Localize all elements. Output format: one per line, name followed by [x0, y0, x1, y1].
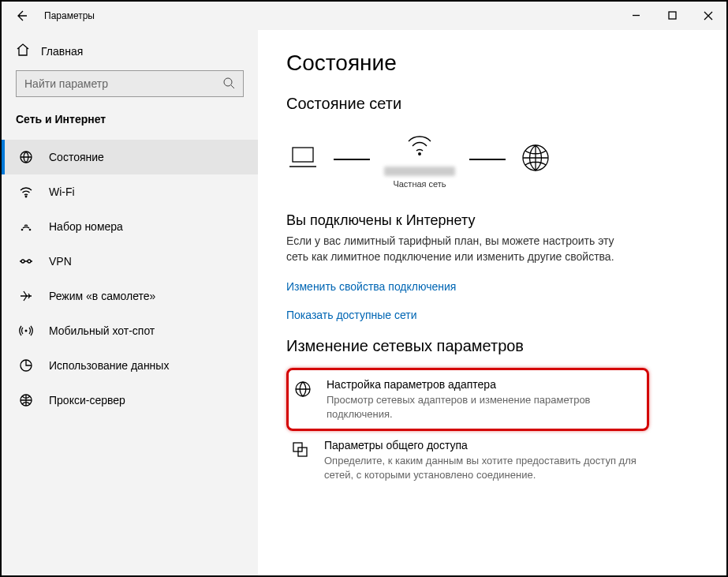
- link-connection-properties[interactable]: Изменить свойства подключения: [286, 280, 698, 293]
- nav-label: Состояние: [49, 151, 104, 163]
- datausage-icon: [19, 358, 33, 373]
- laptop-icon: [286, 144, 319, 174]
- nav-hotspot[interactable]: Мобильный хот-спот: [2, 313, 258, 348]
- network-name-blurred: [384, 167, 455, 176]
- svg-point-4: [21, 229, 24, 231]
- svg-point-3: [25, 196, 27, 197]
- nav-label: Мобильный хот-спот: [49, 324, 155, 337]
- option-title: Параметры общего доступа: [324, 439, 644, 451]
- change-settings-heading: Изменение сетевых параметров: [286, 337, 698, 355]
- home-label: Главная: [41, 45, 83, 58]
- airplane-icon: [19, 289, 33, 303]
- svg-point-12: [419, 153, 421, 155]
- nav-status[interactable]: Состояние: [2, 140, 258, 174]
- search-icon: [222, 77, 235, 92]
- nav-datausage[interactable]: Использование данных: [2, 348, 258, 383]
- wifi-large-icon: [404, 130, 435, 160]
- connected-title: Вы подключены к Интернету: [286, 212, 698, 229]
- globe-large-icon: [520, 142, 551, 177]
- wifi-icon: [19, 185, 33, 199]
- category-label: Сеть и Интернет: [2, 113, 258, 140]
- link-available-networks[interactable]: Показать доступные сети: [286, 309, 698, 321]
- back-button[interactable]: [2, 2, 41, 29]
- option-desc: Просмотр сетевых адаптеров и изменение п…: [327, 393, 642, 421]
- maximize-button[interactable]: [654, 2, 690, 29]
- titlebar: Параметры: [2, 2, 726, 30]
- diagram-connector: [334, 159, 370, 160]
- nav-wifi[interactable]: Wi-Fi: [2, 174, 258, 209]
- svg-point-1: [224, 78, 232, 86]
- diagram-connector: [469, 159, 506, 160]
- nav-label: Набор номера: [49, 220, 123, 233]
- svg-point-7: [28, 260, 31, 263]
- nav-label: VPN: [49, 255, 72, 268]
- minimize-button[interactable]: [618, 2, 654, 29]
- option-sharing-settings[interactable]: Параметры общего доступа Определите, к к…: [286, 431, 649, 489]
- nav-vpn[interactable]: VPN: [2, 244, 258, 279]
- connected-description: Если у вас лимитный тарифный план, вы мо…: [286, 234, 625, 264]
- nav-list: Состояние Wi-Fi Набор номера VPN Режим «…: [2, 140, 258, 418]
- adapter-icon: [293, 378, 314, 402]
- home-icon: [16, 43, 30, 59]
- nav-label: Прокси-сервер: [49, 394, 125, 407]
- search-input[interactable]: Найти параметр: [16, 70, 244, 97]
- option-adapter-settings[interactable]: Настройка параметров адаптера Просмотр с…: [286, 368, 649, 431]
- status-heading: Состояние сети: [286, 95, 698, 113]
- vpn-icon: [19, 254, 33, 268]
- svg-rect-11: [293, 148, 313, 162]
- page-title: Состояние: [286, 51, 698, 76]
- proxy-icon: [19, 393, 33, 407]
- svg-point-6: [21, 260, 24, 263]
- nav-label: Использование данных: [49, 359, 169, 372]
- hotspot-icon: [19, 324, 33, 338]
- svg-point-8: [25, 330, 28, 332]
- nav-label: Wi-Fi: [49, 185, 75, 198]
- close-button[interactable]: [690, 2, 726, 29]
- sidebar: Главная Найти параметр Сеть и Интернет С…: [2, 30, 258, 575]
- dialup-icon: [19, 219, 33, 234]
- option-desc: Определите, к каким данным вы хотите пре…: [324, 454, 644, 481]
- network-type-label: Частная сеть: [393, 179, 446, 189]
- svg-point-5: [29, 229, 32, 231]
- content-area: Состояние Состояние сети Частная сеть: [258, 30, 726, 575]
- settings-window: Параметры Главная Найти параметр Сеть и …: [0, 0, 728, 577]
- window-title: Параметры: [41, 10, 95, 21]
- sharing-icon: [291, 439, 312, 463]
- nav-proxy[interactable]: Прокси-сервер: [2, 383, 258, 418]
- home-button[interactable]: Главная: [2, 38, 258, 70]
- nav-dialup[interactable]: Набор номера: [2, 209, 258, 244]
- option-title: Настройка параметров адаптера: [327, 378, 642, 391]
- nav-airplane[interactable]: Режим «в самолете»: [2, 279, 258, 313]
- globe-grid-icon: [19, 150, 33, 164]
- network-diagram: Частная сеть: [286, 126, 698, 193]
- nav-label: Режим «в самолете»: [49, 290, 155, 302]
- svg-rect-0: [669, 12, 676, 19]
- search-placeholder: Найти параметр: [24, 77, 222, 90]
